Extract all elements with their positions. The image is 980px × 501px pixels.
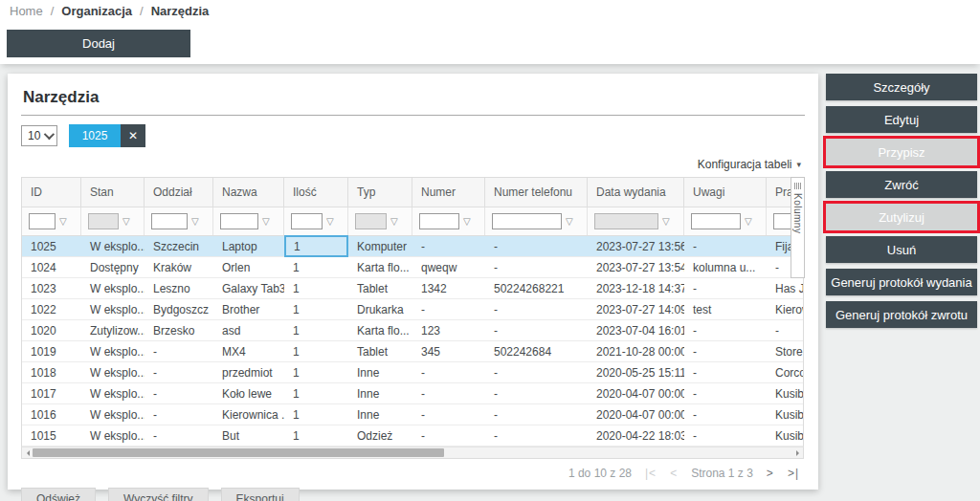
filter-input-data-wydania[interactable] xyxy=(594,213,658,229)
column-header-uwagi[interactable]: Uwagi xyxy=(684,178,767,207)
column-header-numer[interactable]: Numer xyxy=(412,178,485,207)
chevron-down-icon xyxy=(44,129,55,140)
eksportuj-button[interactable]: Eksportuj xyxy=(221,488,300,501)
table-cell: - xyxy=(145,383,213,403)
scroll-right-icon[interactable] xyxy=(793,450,803,456)
last-page-icon[interactable]: >| xyxy=(788,467,799,480)
table-row-1020[interactable]: 1020Zutylizow...Brzeskoasd1Karta flo...1… xyxy=(22,320,804,341)
first-page-icon[interactable]: |< xyxy=(645,467,657,480)
table-cell: - xyxy=(412,404,485,425)
table-body: 1025W eksplo...SzczecinLaptop1Komputer--… xyxy=(22,236,804,447)
zutylizuj-button[interactable]: Zutylizuj xyxy=(826,204,977,230)
table-row-1016[interactable]: 1016W eksplo...-Kierownica ...1Inne--202… xyxy=(22,404,804,425)
zwroc-button[interactable]: Zwróć xyxy=(826,171,977,198)
filter-icon[interactable]: ▽ xyxy=(191,217,199,227)
table-cell: Bydgoszcz xyxy=(145,299,213,319)
table-cell: 1 xyxy=(284,257,348,277)
table-cell: 50224268221 xyxy=(485,278,588,298)
table-cell: Dostępny xyxy=(81,257,145,277)
przypisz-button[interactable]: Przypisz xyxy=(826,139,977,165)
table-cell: 1022 xyxy=(22,299,81,319)
filter-input-uwagi[interactable] xyxy=(691,213,741,229)
table-cell: 2023-07-27 14:09 xyxy=(588,299,684,319)
table-cell: 1 xyxy=(284,425,348,446)
filter-input-id[interactable] xyxy=(29,213,56,229)
table-row-1019[interactable]: 1019W eksplo...-MX41Tablet34550224268420… xyxy=(22,341,804,362)
next-page-icon[interactable]: > xyxy=(767,467,774,480)
table-cell: 1017 xyxy=(22,383,81,403)
filter-input-oddzial[interactable] xyxy=(151,213,188,229)
filter-icon[interactable]: ▽ xyxy=(59,217,67,227)
filter-input-stan[interactable] xyxy=(88,213,119,229)
filter-input-nazwa[interactable] xyxy=(220,213,258,229)
chip-remove-icon[interactable]: ✕ xyxy=(121,124,145,147)
footer-buttons: OdświeżWyczyść filtryEksportuj xyxy=(21,488,805,501)
generuj-protokol-wydania-button[interactable]: Generuj protokół wydania xyxy=(826,269,977,295)
table-row-1022[interactable]: 1022W eksplo...BydgoszczBrother1Drukarka… xyxy=(22,299,804,320)
filter-icon[interactable]: ▽ xyxy=(662,217,670,227)
table-cell: 2020-05-25 15:11 xyxy=(588,362,684,382)
filter-icon[interactable]: ▽ xyxy=(745,217,752,227)
szczegoly-button[interactable]: Szczegóły xyxy=(826,74,977,100)
table-cell: Kierownica ... xyxy=(213,404,284,425)
page-size-select[interactable]: 10 xyxy=(21,125,57,146)
filter-input-numer-telefonu[interactable] xyxy=(492,213,562,229)
prev-page-icon[interactable]: < xyxy=(670,467,678,480)
table-row-1025[interactable]: 1025W eksplo...SzczecinLaptop1Komputer--… xyxy=(22,236,804,257)
table-cell: przedmiot xyxy=(213,362,284,382)
column-header-data-wydania[interactable]: Data wydania xyxy=(588,178,684,207)
odswiez-button[interactable]: Odśwież xyxy=(21,488,96,501)
scrollbar-track[interactable] xyxy=(32,448,793,457)
breadcrumb-item-home[interactable]: Home xyxy=(10,4,43,18)
filter-icon[interactable]: ▽ xyxy=(326,217,334,227)
filter-cell-typ: ▽ xyxy=(348,207,412,235)
table-cell: - xyxy=(684,341,767,361)
wyczysc-filtry-button[interactable]: Wyczyść filtry xyxy=(108,488,209,501)
usun-button[interactable]: Usuń xyxy=(826,236,977,263)
edytuj-button[interactable]: Edytuj xyxy=(826,106,977,133)
filter-icon[interactable]: ▽ xyxy=(262,217,270,227)
filter-input-ilosc[interactable] xyxy=(291,213,323,229)
table-config-link[interactable]: Konfiguracja tabeli ▾ xyxy=(21,157,801,171)
column-header-id[interactable]: ID xyxy=(22,178,81,207)
column-header-typ[interactable]: Typ xyxy=(348,178,412,207)
column-header-ilosc[interactable]: Ilość xyxy=(284,178,348,207)
table-cell: - xyxy=(767,320,804,340)
filter-icon[interactable]: ▽ xyxy=(463,217,471,227)
table-cell: 1 xyxy=(284,383,348,403)
breadcrumb-separator: / xyxy=(140,4,144,18)
add-button[interactable]: Dodaj xyxy=(7,30,190,57)
table-cell: 2020-04-07 00:00 xyxy=(588,383,684,403)
columns-chooser-tab[interactable]: Kolumny xyxy=(791,177,805,278)
table-row-1024[interactable]: 1024DostępnyKrakówOrlen1Karta flo...qweq… xyxy=(22,257,804,278)
filter-icon[interactable]: ▽ xyxy=(390,217,398,227)
filter-input-typ[interactable] xyxy=(355,213,387,229)
table-cell: 345 xyxy=(412,341,485,361)
column-header-stan[interactable]: Stan xyxy=(81,178,145,207)
breadcrumb-item-organizacja[interactable]: Organizacja xyxy=(61,4,132,18)
column-header-oddzial[interactable]: Oddział xyxy=(145,178,213,207)
table-cell: kolumna u... xyxy=(684,257,767,277)
table-cell: 1 xyxy=(284,362,348,382)
scrollbar-thumb[interactable] xyxy=(33,448,444,457)
generuj-protokol-zwrotu-button[interactable]: Generuj protokół zwrotu xyxy=(826,301,977,328)
breadcrumb-item-narzedzia[interactable]: Narzędzia xyxy=(151,4,210,18)
table-cell: Kusib xyxy=(767,383,804,403)
filter-icon[interactable]: ▽ xyxy=(122,217,130,227)
filter-chip-1025[interactable]: 1025 ✕ xyxy=(69,124,145,147)
scroll-left-icon[interactable] xyxy=(22,450,32,456)
column-header-nazwa[interactable]: Nazwa xyxy=(213,178,284,207)
table-cell: 1019 xyxy=(22,341,81,361)
filter-icon[interactable]: ▽ xyxy=(566,217,573,227)
table-cell: Inne xyxy=(348,362,412,382)
table-cell: W eksplo... xyxy=(81,383,145,403)
table-row-1023[interactable]: 1023W eksplo...LesznoGalaxy Tab31Tablet1… xyxy=(22,278,804,299)
table-row-1015[interactable]: 1015W eksplo...-But1Odzież--2020-04-22 1… xyxy=(22,425,804,447)
table-cell: 2023-07-04 16:01 xyxy=(588,320,684,340)
filter-input-numer[interactable] xyxy=(419,213,459,229)
table-row-1018[interactable]: 1018W eksplo...-przedmiot1Inne--2020-05-… xyxy=(22,362,804,383)
horizontal-scrollbar[interactable] xyxy=(21,447,804,459)
table-cell: W eksplo... xyxy=(81,425,145,446)
table-row-1017[interactable]: 1017W eksplo...-Koło lewe1Inne--2020-04-… xyxy=(22,383,804,404)
column-header-numer-telefonu[interactable]: Numer telefonu xyxy=(485,178,588,207)
